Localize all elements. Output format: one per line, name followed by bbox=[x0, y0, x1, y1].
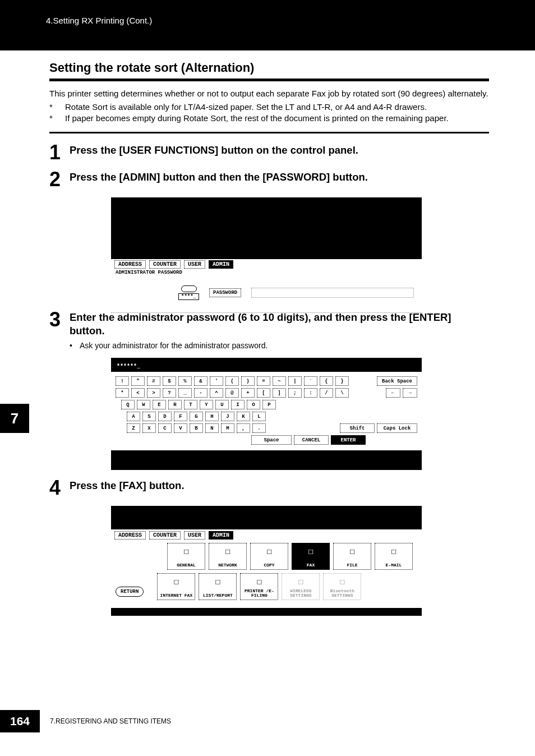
space-key[interactable]: Space bbox=[251, 435, 292, 445]
key[interactable]: @ bbox=[225, 388, 239, 398]
menu-general[interactable]: ☐GENERAL bbox=[167, 543, 205, 570]
section-title: Setting the rotate sort (Alternation) bbox=[49, 61, 489, 75]
arrow-key[interactable]: → bbox=[403, 388, 417, 398]
return-button[interactable]: RETURN bbox=[116, 587, 144, 597]
step-number: 4 bbox=[49, 478, 70, 498]
tab-counter[interactable]: COUNTER bbox=[149, 531, 181, 540]
letter-key[interactable]: U bbox=[215, 400, 229, 409]
letter-key[interactable]: D bbox=[158, 412, 172, 421]
letter-key[interactable]: B bbox=[190, 423, 203, 433]
menu-listreport[interactable]: ☐LIST/REPORT bbox=[199, 573, 237, 600]
letter-key[interactable]: F bbox=[174, 412, 187, 421]
keyboard-row: !"#$%&'()=~|`{}Back Space bbox=[116, 376, 417, 386]
key[interactable]: ' bbox=[210, 376, 223, 386]
tab-counter[interactable]: COUNTER bbox=[149, 260, 181, 269]
key[interactable]: > bbox=[147, 388, 160, 398]
letter-key[interactable]: K bbox=[237, 412, 250, 421]
menu-icon: ☐ bbox=[334, 575, 350, 588]
letter-key[interactable]: O bbox=[247, 400, 260, 409]
shift-key[interactable]: Shift bbox=[340, 423, 375, 433]
letter-key[interactable]: M bbox=[221, 423, 234, 433]
key[interactable]: ] bbox=[273, 388, 286, 398]
tab-admin[interactable]: ADMIN bbox=[209, 260, 233, 269]
key[interactable]: ( bbox=[225, 376, 239, 386]
key[interactable]: ~ bbox=[273, 376, 286, 386]
letter-key[interactable]: G bbox=[190, 412, 203, 421]
key[interactable]: * bbox=[116, 388, 129, 398]
letter-key[interactable]: T bbox=[184, 400, 197, 409]
key[interactable]: + bbox=[241, 388, 255, 398]
menu-network[interactable]: ☐NETWORK bbox=[209, 543, 247, 570]
key[interactable]: ` bbox=[304, 376, 317, 386]
key[interactable]: [ bbox=[257, 388, 270, 398]
backspace-key[interactable]: Back Space bbox=[377, 376, 417, 386]
menu-copy[interactable]: ☐COPY bbox=[250, 543, 288, 570]
letter-key[interactable]: R bbox=[168, 400, 182, 409]
letter-key[interactable]: J bbox=[221, 412, 234, 421]
letter-key[interactable]: I bbox=[231, 400, 245, 409]
step-number: 3 bbox=[49, 310, 70, 330]
letter-key[interactable]: V bbox=[174, 423, 187, 433]
letter-key[interactable]: Q bbox=[121, 400, 135, 409]
menu-bluetoothsettings: ☐Bluetooth SETTINGS bbox=[323, 573, 361, 600]
letter-key[interactable]: N bbox=[205, 423, 219, 433]
bullet-icon: • bbox=[70, 341, 80, 350]
step: 4 Press the [FAX] button. bbox=[49, 479, 489, 498]
menu-email[interactable]: ☐E-MAIL bbox=[375, 543, 413, 570]
letter-key[interactable]: S bbox=[142, 412, 156, 421]
cancel-key[interactable]: CANCEL bbox=[294, 435, 329, 445]
capslock-key[interactable]: Caps Lock bbox=[377, 423, 417, 433]
letter-key[interactable]: P bbox=[262, 400, 276, 409]
menu-fax[interactable]: ☐FAX bbox=[292, 543, 330, 570]
letter-key[interactable]: C bbox=[158, 423, 172, 433]
tab-address[interactable]: ADDRESS bbox=[114, 531, 146, 540]
key[interactable]: = bbox=[257, 376, 270, 386]
key[interactable]: $ bbox=[163, 376, 176, 386]
letter-key[interactable]: A bbox=[127, 412, 140, 421]
key[interactable]: ^ bbox=[210, 388, 223, 398]
letter-key[interactable]: E bbox=[153, 400, 166, 409]
key[interactable]: " bbox=[131, 376, 145, 386]
key[interactable]: } bbox=[335, 376, 349, 386]
letter-key[interactable]: , bbox=[237, 423, 250, 433]
key[interactable]: { bbox=[320, 376, 333, 386]
key[interactable]: % bbox=[178, 376, 192, 386]
key[interactable]: | bbox=[288, 376, 302, 386]
letter-key[interactable]: H bbox=[205, 412, 219, 421]
tab-address[interactable]: ADDRESS bbox=[114, 260, 146, 269]
arrow-key[interactable]: ← bbox=[386, 388, 400, 398]
letter-key[interactable]: L bbox=[252, 412, 266, 421]
tab-user[interactable]: USER bbox=[184, 531, 205, 540]
tab-admin[interactable]: ADMIN bbox=[209, 531, 233, 540]
menu-icon: ☐ bbox=[292, 575, 309, 588]
key[interactable]: _ bbox=[178, 388, 192, 398]
key[interactable]: : bbox=[304, 388, 317, 398]
key[interactable]: / bbox=[320, 388, 333, 398]
key[interactable]: - bbox=[194, 388, 207, 398]
menu-internetfax[interactable]: ☐INTERNET FAX bbox=[157, 573, 195, 600]
letter-key[interactable]: . bbox=[252, 423, 266, 433]
tab-user[interactable]: USER bbox=[184, 260, 205, 269]
key[interactable]: < bbox=[131, 388, 145, 398]
keyboard-row: ZXCVBNM,.ShiftCaps Lock bbox=[116, 423, 417, 433]
menu-label: Bluetooth SETTINGS bbox=[325, 589, 359, 598]
key[interactable]: ) bbox=[241, 376, 255, 386]
password-field[interactable] bbox=[251, 288, 414, 298]
letter-key[interactable]: X bbox=[142, 423, 156, 433]
key[interactable]: & bbox=[194, 376, 207, 386]
letter-key[interactable]: Z bbox=[127, 423, 140, 433]
key[interactable]: \ bbox=[335, 388, 349, 398]
menu-label: PRINTER /E-FILING bbox=[242, 589, 276, 598]
menu-file[interactable]: ☐FILE bbox=[333, 543, 371, 570]
menu-label: FILE bbox=[347, 563, 357, 568]
letter-key[interactable]: Y bbox=[200, 400, 213, 409]
key[interactable]: ? bbox=[163, 388, 176, 398]
enter-key[interactable]: ENTER bbox=[331, 435, 366, 445]
key[interactable]: ! bbox=[116, 376, 129, 386]
menu-printerefiling[interactable]: ☐PRINTER /E-FILING bbox=[240, 573, 278, 600]
key[interactable]: ; bbox=[288, 388, 302, 398]
key[interactable]: # bbox=[147, 376, 160, 386]
letter-key[interactable]: W bbox=[137, 400, 150, 409]
menu-label: NETWORK bbox=[218, 563, 237, 568]
password-button[interactable]: PASSWORD bbox=[209, 288, 241, 297]
